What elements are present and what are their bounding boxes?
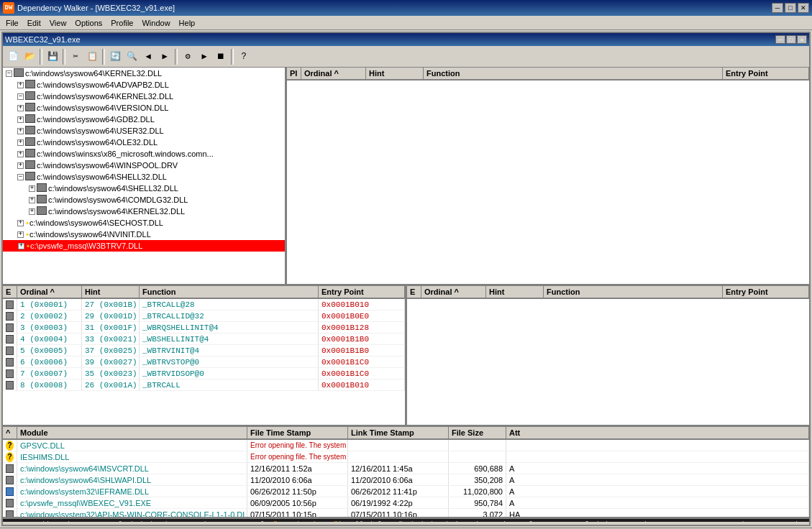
mod-col-filesize[interactable]: File Size — [449, 427, 506, 438]
table-row[interactable]: 7 (0x0007)35 (0x0023)_WBTRVIDSOP@00x0001… — [3, 368, 405, 380]
module-list-body[interactable]: ?GPSVC.DLLError opening file. The system… — [3, 440, 809, 517]
tree-row[interactable]: +✦c:\windows\syswow64\NVINIT.DLL — [3, 229, 285, 240]
tree-row[interactable]: −c:\windows\syswow64\SHELL32.DLL — [3, 171, 285, 183]
lower-right-col-hint[interactable]: Hint — [486, 286, 544, 298]
lower-col-hint[interactable]: Hint — [82, 286, 140, 298]
tree-expand-icon[interactable]: + — [17, 105, 24, 111]
tree-row[interactable]: +c:\windows\syswow64\WINSPOOL.DRV — [3, 160, 285, 171]
tree-row[interactable]: +c:\windows\syswow64\GDB2.DLL — [3, 114, 285, 125]
tree-row[interactable]: +c:\windows\syswow64\VERSION.DLL — [3, 102, 285, 114]
mod-col-filestamp[interactable]: File Time Stamp — [247, 427, 348, 438]
lower-right-col-ordinal[interactable]: Ordinal ^ — [421, 286, 486, 298]
tree-row[interactable]: +c:\windows\syswow64\COMDLG32.DLL — [3, 194, 285, 206]
upper-col-hint[interactable]: Hint — [366, 68, 424, 79]
upper-col-entrypoint[interactable]: Entry Point — [723, 68, 809, 79]
module-row[interactable]: ?GPSVC.DLLError opening file. The system… — [3, 440, 809, 451]
mod-col-sort[interactable]: ^ — [3, 427, 17, 438]
open-button[interactable]: 📂 — [22, 49, 37, 65]
upper-col-ordinal[interactable]: Ordinal ^ — [301, 68, 366, 79]
tree-row[interactable]: +✦c:\pvswfe_mssq\W3BTRV7.DLL — [3, 240, 285, 252]
refresh-button[interactable]: 🔄 — [107, 49, 123, 65]
lower-right-col-function[interactable]: Function — [544, 286, 723, 298]
tree-expand-icon[interactable]: + — [29, 185, 35, 192]
table-row[interactable]: 5 (0x0005)37 (0x0025)_WBTRVINIT@40x0001B… — [3, 345, 405, 356]
tree-expand-icon[interactable]: − — [6, 70, 12, 77]
module-row[interactable]: c:\windows\system32\IEFRAME.DLL06/26/201… — [3, 486, 809, 497]
inner-maximize-button[interactable]: □ — [786, 35, 796, 44]
module-row[interactable]: c:\windows\syswow64\SHLWAPI.DLL11/20/201… — [3, 474, 809, 486]
copy-button[interactable]: 📋 — [84, 49, 100, 65]
lower-right-col-entry[interactable]: Entry Point — [723, 286, 809, 298]
tree-expand-icon[interactable]: + — [17, 82, 24, 88]
module-row[interactable]: ?IESHIMS.DLLError opening file. The syst… — [3, 451, 809, 463]
table-row[interactable]: 1 (0x0001)27 (0x001B)_BTRCALL@280x0001B0… — [3, 299, 405, 310]
module-row[interactable]: c:\pvswfe_mssql\WBEXEC_V91.EXE06/09/2005… — [3, 497, 809, 509]
tree-expand-icon[interactable]: + — [29, 208, 35, 215]
new-button[interactable]: 📄 — [5, 49, 21, 65]
inner-minimize-button[interactable]: ─ — [775, 35, 785, 44]
tree-row[interactable]: +c:\windows\winsxs\x86_microsoft.windows… — [3, 148, 285, 160]
next-button[interactable]: ▶ — [157, 49, 173, 65]
table-row[interactable]: 3 (0x0003)31 (0x001F)_WBRQSHELLINIT@40x0… — [3, 322, 405, 334]
mod-col-module[interactable]: Module — [17, 427, 247, 438]
mod-col-linkstamp[interactable]: Link Time Stamp — [348, 427, 449, 438]
upper-col-function[interactable]: Function — [424, 68, 723, 79]
tree-expand-icon[interactable]: + — [17, 162, 24, 169]
table-row[interactable]: 8 (0x0008)26 (0x001A)_BTRCALL0x0001B010 — [3, 380, 405, 391]
menu-item-options[interactable]: Options — [70, 17, 106, 29]
tree-row[interactable]: +c:\windows\syswow64\ADVAPB2.DLL — [3, 79, 285, 91]
tree-row[interactable]: +c:\windows\syswow64\KERNEL32.DLL — [3, 206, 285, 217]
menu-item-edit[interactable]: Edit — [23, 17, 45, 29]
tree-expand-icon[interactable]: + — [17, 128, 24, 134]
tree-content[interactable]: −c:\windows\syswow64\KERNEL32.DLL+c:\win… — [3, 68, 285, 284]
cut-button[interactable]: ✂ — [68, 49, 83, 65]
lower-right-body[interactable] — [407, 299, 809, 425]
tree-row[interactable]: +c:\windows\syswow64\OLE32.DLL — [3, 137, 285, 148]
lower-col-ordinal[interactable]: Ordinal ^ — [17, 286, 82, 298]
help-button[interactable]: ? — [236, 49, 252, 65]
maximize-button[interactable]: □ — [785, 3, 796, 13]
tree-expand-icon[interactable]: + — [17, 231, 24, 238]
inner-close-button[interactable]: ✕ — [797, 35, 807, 44]
tree-expand-icon[interactable]: + — [18, 243, 24, 249]
tree-row[interactable]: −c:\windows\syswow64\KERNEL32.DLL — [3, 68, 285, 79]
lower-col-e[interactable]: E — [3, 286, 17, 298]
upper-table-body[interactable] — [287, 80, 809, 284]
log-section[interactable]: GetProcAddress(0x75C50000 [c:\windows\sy… — [3, 519, 809, 522]
module-row[interactable]: c:\windows\system32\API-MS-WIN-CORE-CONS… — [3, 509, 809, 517]
tree-expand-icon[interactable]: − — [17, 93, 24, 100]
close-button[interactable]: ✕ — [798, 3, 809, 13]
prev-button[interactable]: ◀ — [140, 49, 156, 65]
stop-button[interactable]: ⏹ — [213, 49, 229, 65]
tree-expand-icon[interactable]: + — [17, 139, 24, 146]
table-row[interactable]: 2 (0x0002)29 (0x001D)_BTRCALLID@320x0001… — [3, 310, 405, 322]
lower-col-function[interactable]: Function — [140, 286, 319, 298]
tree-expand-icon[interactable]: + — [17, 151, 24, 157]
search-button[interactable]: 🔍 — [124, 49, 140, 65]
menu-item-help[interactable]: Help — [175, 17, 200, 29]
tree-expand-icon[interactable]: + — [17, 116, 24, 123]
tree-expand-icon[interactable]: + — [29, 197, 35, 203]
lower-col-entry[interactable]: Entry Point — [319, 286, 405, 298]
table-row[interactable]: 4 (0x0004)33 (0x0021)_WBSHELLINIT@40x000… — [3, 334, 405, 345]
module-row[interactable]: c:\windows\syswow64\MSVCRT.DLL12/16/2011… — [3, 463, 809, 474]
tree-row[interactable]: −c:\windows\syswow64\KERNEL32.DLL — [3, 91, 285, 102]
menu-item-profile[interactable]: Profile — [106, 17, 137, 29]
table-row[interactable]: 6 (0x0006)39 (0x0027)_WBTRVSTOP@00x0001B… — [3, 356, 405, 368]
upper-col-pi[interactable]: PI — [287, 68, 301, 79]
tree-expand-icon[interactable]: + — [17, 220, 24, 226]
profile-button[interactable]: ▶ — [196, 49, 212, 65]
lower-right-col-e[interactable]: E — [407, 286, 421, 298]
tree-expand-icon[interactable]: − — [17, 174, 24, 180]
lower-left-body[interactable]: 1 (0x0001)27 (0x001B)_BTRCALL@280x0001B0… — [3, 299, 405, 425]
tree-row[interactable]: +c:\windows\syswow64\USER32.DLL — [3, 125, 285, 137]
tree-row[interactable]: +✦c:\windows\syswow64\SECHOST.DLL — [3, 217, 285, 229]
config-button[interactable]: ⚙ — [180, 49, 196, 65]
menu-item-window[interactable]: Window — [137, 17, 174, 29]
menu-item-view[interactable]: View — [45, 17, 71, 29]
save-button[interactable]: 💾 — [45, 49, 60, 65]
menu-item-file[interactable]: File — [1, 17, 23, 29]
minimize-button[interactable]: ─ — [772, 3, 783, 13]
tree-row[interactable]: +c:\windows\syswow64\SHELL32.DLL — [3, 183, 285, 194]
mod-col-att[interactable]: Att — [506, 427, 809, 438]
